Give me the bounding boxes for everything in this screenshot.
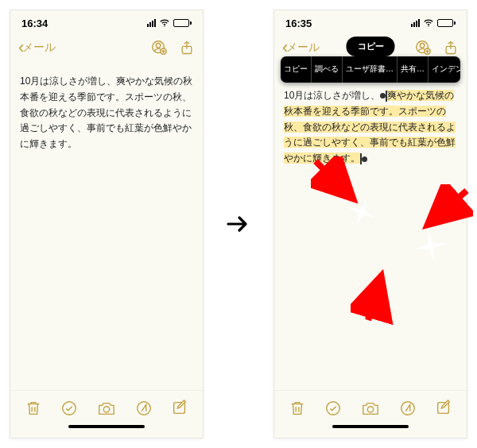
copy-toast: コピー [347, 37, 395, 56]
starburst-icon [341, 191, 382, 232]
home-indicator[interactable] [10, 425, 203, 438]
back-label: メール [22, 41, 56, 55]
menu-lookup[interactable]: 調べる [312, 56, 343, 83]
note-body[interactable]: 10月は涼しさが増し、爽やかな気候の秋本番を迎える季節です。スポーツの秋、食欲の… [10, 61, 203, 390]
profile-add-icon[interactable] [414, 39, 432, 56]
checkmark-circle-icon[interactable] [324, 400, 342, 417]
nav-bar: ‹ メール [10, 34, 203, 61]
note-text-plain: 10月は涼しさが増し、 [284, 90, 380, 101]
svg-point-5 [63, 401, 76, 415]
starburst-icon [409, 225, 452, 267]
svg-marker-16 [362, 274, 393, 305]
svg-point-20 [327, 401, 340, 415]
checkmark-circle-icon[interactable] [60, 400, 78, 417]
menu-user-dict[interactable]: ユーザ辞書… [343, 56, 398, 83]
wifi-icon [159, 17, 170, 29]
status-bar: 16:35 [274, 10, 467, 34]
profile-add-icon[interactable] [150, 39, 168, 56]
red-arrow-icon [351, 269, 398, 325]
status-icons [147, 17, 192, 29]
svg-marker-14 [343, 194, 380, 230]
red-arrow-icon [417, 184, 473, 240]
status-icons [411, 17, 456, 29]
back-button[interactable]: ‹ メール [282, 39, 320, 56]
trash-icon[interactable] [25, 400, 42, 417]
menu-copy[interactable]: コピー [281, 56, 312, 83]
draw-circle-icon[interactable] [399, 400, 417, 417]
compose-icon[interactable] [435, 400, 452, 417]
context-menu: コピー 調べる ユーザ辞書… 共有… インデント [281, 56, 460, 83]
back-button[interactable]: ‹ メール [18, 39, 56, 56]
menu-indent[interactable]: インデント [429, 56, 460, 83]
compose-icon[interactable] [171, 400, 188, 417]
svg-line-18 [429, 191, 467, 224]
svg-point-0 [164, 25, 165, 26]
cellular-icon [411, 19, 420, 27]
share-icon[interactable] [179, 40, 195, 56]
phone-after: 16:35 ‹ メール コピー コピー 調べる ユーザ辞書… 共 [273, 10, 467, 438]
status-bar: 16:34 [10, 10, 203, 34]
battery-icon [437, 19, 456, 27]
svg-marker-15 [413, 228, 449, 265]
status-time: 16:35 [285, 17, 312, 29]
toolbar [274, 390, 467, 425]
draw-circle-icon[interactable] [135, 400, 153, 417]
cellular-icon [147, 19, 156, 27]
back-label: メール [286, 41, 320, 55]
status-time: 16:34 [21, 17, 48, 29]
svg-point-6 [103, 406, 109, 411]
note-text: 10月は涼しさが増し、爽やかな気候の秋本番を迎える季節です。スポーツの秋、食欲の… [20, 75, 192, 149]
home-indicator[interactable] [274, 425, 467, 438]
wifi-icon [423, 17, 434, 29]
trash-icon[interactable] [289, 400, 306, 417]
svg-point-2 [156, 44, 161, 48]
starburst-icon [360, 272, 394, 307]
transition-arrow [226, 214, 251, 234]
selection-start-handle[interactable] [380, 93, 386, 98]
camera-icon[interactable] [361, 400, 380, 417]
svg-point-21 [367, 406, 373, 411]
svg-line-19 [368, 277, 381, 320]
share-icon[interactable] [443, 40, 459, 56]
selection-end-handle[interactable] [362, 156, 367, 162]
note-body[interactable]: コピー 調べる ユーザ辞書… 共有… インデント 10月は涼しさが増し、爽やかな… [274, 61, 467, 390]
svg-point-11 [420, 44, 425, 48]
camera-icon[interactable] [97, 400, 116, 417]
menu-share[interactable]: 共有… [398, 56, 429, 83]
phone-before: 16:34 ‹ メール 10月は涼しさが増し、爽やかな気候の秋本番を迎える季節で… [10, 10, 204, 438]
svg-point-9 [428, 25, 429, 26]
battery-icon [173, 19, 192, 27]
toolbar [10, 390, 203, 425]
